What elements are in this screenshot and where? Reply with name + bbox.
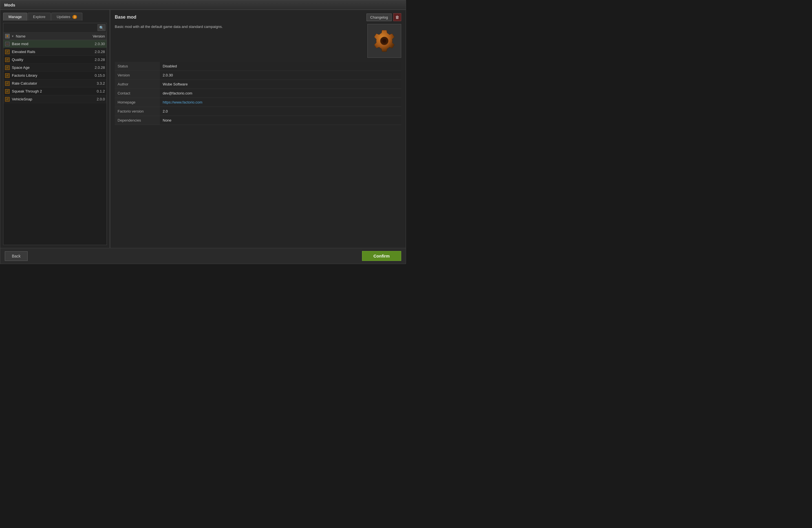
version-column-header: Version	[82, 34, 105, 38]
checkbox-base-mod[interactable]	[5, 42, 10, 46]
mod-name-quality: Quality	[12, 58, 82, 62]
window-title: Mods	[4, 2, 15, 7]
mod-rows: Base mod2.0.30Elevated Rails2.0.28Qualit…	[3, 40, 106, 103]
info-key-dependencies: Dependencies	[115, 116, 160, 125]
info-key-author: Author	[115, 80, 160, 89]
mods-window: Mods Manage Explore Updates 3 🔍	[0, 0, 406, 264]
info-val-status: Disabled	[160, 62, 401, 71]
info-key-version: Version	[115, 71, 160, 80]
mod-row-space-age[interactable]: Space Age2.0.28	[3, 64, 106, 72]
info-row-contact: Contactdev@factorio.com	[115, 89, 401, 98]
title-bar: Mods	[0, 0, 406, 10]
delete-button[interactable]: 🗑	[393, 13, 401, 21]
mod-row-vehiclesnap[interactable]: VehicleSnap2.0.0	[3, 95, 106, 103]
mod-icon	[367, 24, 401, 58]
info-val-version: 2.0.30	[160, 71, 401, 80]
name-header-label: Name	[16, 34, 26, 38]
mod-name-space-age: Space Age	[12, 66, 82, 70]
mod-row-base-mod[interactable]: Base mod2.0.30	[3, 40, 106, 48]
tab-explore[interactable]: Explore	[28, 13, 51, 20]
mod-version-base-mod: 2.0.30	[82, 42, 105, 46]
mod-name-rate-calculator: Rate Calculator	[12, 81, 82, 85]
mod-name-factorio-library: Factorio Library	[12, 73, 82, 77]
tab-updates[interactable]: Updates 3	[51, 13, 82, 20]
mods-list-container[interactable]: 🔍 ▼ ▼ Name Version Base mod2.0.30Elevate…	[3, 23, 107, 245]
info-key-factorio-version: Factorio version	[115, 107, 160, 116]
checkbox-factorio-library[interactable]	[5, 73, 10, 78]
empty-list-area	[3, 103, 106, 216]
info-val-homepage[interactable]: https://www.factorio.com	[160, 98, 401, 107]
mod-row-rate-calculator[interactable]: Rate Calculator3.3.2	[3, 80, 106, 87]
mod-row-squeak-through-2[interactable]: Squeak Through 20.1.2	[3, 87, 106, 95]
info-key-homepage: Homepage	[115, 98, 160, 107]
mod-version-vehiclesnap: 2.0.0	[82, 97, 105, 101]
content-area: Manage Explore Updates 3 🔍 ▼ ▼	[0, 10, 406, 248]
info-val-contact: dev@factorio.com	[160, 89, 401, 98]
left-panel: Manage Explore Updates 3 🔍 ▼ ▼	[0, 10, 110, 248]
name-column-header: ▼ Name	[11, 34, 82, 38]
mod-version-factorio-library: 0.15.0	[82, 73, 105, 77]
checkbox-quality[interactable]	[5, 58, 10, 62]
search-bar: 🔍	[3, 23, 106, 32]
right-panel: Base mod Changelog 🗑 Basic mod with all …	[110, 10, 406, 248]
tab-bar: Manage Explore Updates 3	[3, 13, 107, 20]
info-key-status: Status	[115, 62, 160, 71]
mod-info-table: StatusDisabledVersion2.0.30AuthorWube So…	[115, 62, 401, 125]
confirm-button[interactable]: Confirm	[362, 251, 402, 261]
mod-name-squeak-through-2: Squeak Through 2	[12, 89, 82, 94]
trash-icon: 🗑	[395, 15, 399, 19]
search-button[interactable]: 🔍	[98, 24, 105, 31]
changelog-button[interactable]: Changelog	[366, 14, 392, 21]
mod-description: Basic mod with all the default game data…	[115, 24, 363, 58]
info-row-homepage: Homepagehttps://www.factorio.com	[115, 98, 401, 107]
info-val-factorio-version: 2.0	[160, 107, 401, 116]
mod-version-squeak-through-2: 0.1.2	[82, 89, 105, 94]
checkbox-vehiclesnap[interactable]	[5, 97, 10, 102]
svg-point-1	[382, 39, 387, 43]
checkbox-rate-calculator[interactable]	[5, 81, 10, 86]
info-val-author: Wube Software	[160, 80, 401, 89]
info-row-status: StatusDisabled	[115, 62, 401, 71]
list-header: ▼ ▼ Name Version	[3, 32, 106, 40]
info-val-dependencies: None	[160, 116, 401, 125]
info-key-contact: Contact	[115, 89, 160, 98]
mod-row-factorio-library[interactable]: Factorio Library0.15.0	[3, 72, 106, 80]
bottom-bar: Back Confirm	[0, 248, 406, 264]
checkbox-space-age[interactable]	[5, 66, 10, 70]
checkbox-squeak-through-2[interactable]	[5, 89, 10, 94]
homepage-link[interactable]: https://www.factorio.com	[163, 100, 202, 104]
detail-actions: Changelog 🗑	[366, 13, 401, 21]
mod-row-quality[interactable]: Quality2.0.28	[3, 56, 106, 64]
gear-svg-icon	[370, 27, 398, 55]
info-row-version: Version2.0.30	[115, 71, 401, 80]
checkbox-elevated-rails[interactable]	[5, 49, 10, 54]
mod-name-elevated-rails: Elevated Rails	[12, 49, 82, 54]
mod-name-vehiclesnap: VehicleSnap	[12, 97, 82, 101]
mod-version-quality: 2.0.28	[82, 58, 105, 62]
detail-content: Basic mod with all the default game data…	[115, 24, 401, 58]
info-row-author: AuthorWube Software	[115, 80, 401, 89]
tab-manage[interactable]: Manage	[3, 13, 27, 20]
detail-title: Base mod	[115, 15, 136, 20]
select-all-checkbox[interactable]: ▼	[5, 34, 10, 38]
mod-version-space-age: 2.0.28	[82, 66, 105, 70]
mod-version-elevated-rails: 2.0.28	[82, 49, 105, 54]
mod-version-rate-calculator: 3.3.2	[82, 81, 105, 85]
updates-badge: 3	[72, 15, 77, 19]
back-button[interactable]: Back	[5, 251, 28, 261]
detail-header: Base mod Changelog 🗑	[115, 13, 401, 21]
mod-name-base-mod: Base mod	[12, 42, 82, 46]
sort-arrow-icon: ▼	[11, 35, 14, 38]
info-row-factorio-version: Factorio version2.0	[115, 107, 401, 116]
info-row-dependencies: DependenciesNone	[115, 116, 401, 125]
mod-row-elevated-rails[interactable]: Elevated Rails2.0.28	[3, 48, 106, 56]
